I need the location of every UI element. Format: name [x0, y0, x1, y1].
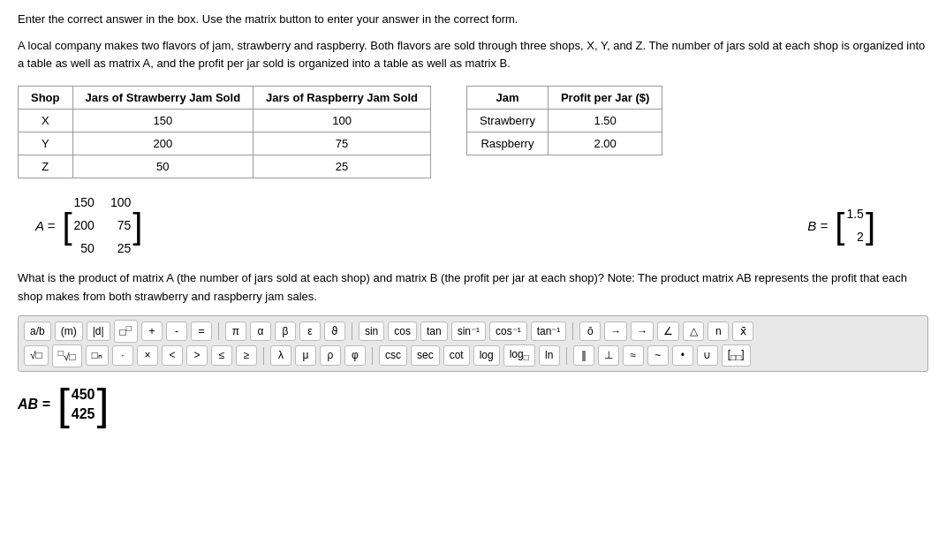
math-toolbar: a/b (m) |d| □□ + - = π α β ε ϑ sin cos t… [18, 315, 928, 372]
tb-sqrt[interactable]: √□ [24, 345, 49, 366]
left-bracket-answer: [ [57, 382, 70, 427]
matrix-b-content: 1.5 2 [846, 204, 863, 248]
row-x-shop: X [19, 110, 73, 132]
tb-triangle[interactable]: △ [683, 322, 704, 342]
matrix-a-expr: A = [ 150 100 200 75 50 25 ] [35, 193, 142, 259]
tb-sep-3 [572, 322, 573, 340]
tb-ln[interactable]: ln [539, 345, 560, 366]
right-bracket-b: ] [866, 208, 875, 244]
mb-r1c0: 2 [846, 227, 863, 248]
tb-arrow2[interactable]: → [631, 322, 654, 342]
tb-logn[interactable]: log□ [503, 344, 535, 367]
row-y-raspberry: 75 [254, 132, 431, 155]
tb-nthroot[interactable]: □√□ [52, 344, 82, 367]
intro-line1: Enter the correct answer in the box. Use… [18, 11, 928, 28]
tb-tan[interactable]: tan [420, 322, 448, 342]
tb-greater[interactable]: > [186, 345, 208, 366]
tb-fraction[interactable]: a/b [24, 322, 51, 342]
tb-arctan[interactable]: tan⁻¹ [531, 322, 567, 342]
tb-sep-5 [372, 347, 373, 365]
tb-rho[interactable]: ρ [320, 345, 341, 366]
tb-mu[interactable]: μ [295, 345, 316, 366]
tb-dot[interactable]: · [112, 345, 133, 366]
answer-row-2: 425 [72, 406, 95, 422]
tb-log[interactable]: log [473, 345, 500, 366]
ma-r1c1: 75 [110, 216, 131, 237]
tb-bullet[interactable]: • [672, 345, 693, 366]
table-b: Jam Profit per Jar ($) Strawberry 1.50 R… [466, 86, 662, 155]
tb-leq[interactable]: ≤ [211, 345, 232, 366]
problem-text: A local company makes two flavors of jam… [18, 37, 928, 74]
tb-plus[interactable]: + [141, 322, 163, 342]
tb-tilde[interactable]: ~ [647, 345, 669, 366]
table-row: X 150 100 [19, 110, 431, 132]
answer-row-1: 450 [72, 387, 95, 403]
table-a-header-raspberry: Jars of Raspberry Jam Sold [254, 87, 431, 110]
tables-section: Shop Jars of Strawberry Jam Sold Jars of… [18, 86, 928, 178]
tb-minus[interactable]: - [166, 322, 187, 342]
tb-paren[interactable]: (m) [55, 322, 83, 342]
tb-lambda[interactable]: λ [270, 345, 291, 366]
tb-geq[interactable]: ≥ [236, 345, 257, 366]
mb-r0c0: 1.5 [846, 204, 863, 225]
tb-power[interactable]: □□ [114, 320, 138, 343]
tb-equals[interactable]: = [191, 322, 212, 342]
tb-pi[interactable]: π [225, 322, 246, 342]
table-b-header-jam: Jam [467, 87, 549, 110]
left-bracket-a: [ [62, 208, 72, 244]
tb-row-strawberry-profit: 1.50 [548, 110, 662, 132]
tb-cos[interactable]: cos [388, 322, 417, 342]
tb-phi[interactable]: φ [344, 345, 366, 366]
tb-csc[interactable]: csc [379, 345, 407, 366]
tb-alpha[interactable]: α [250, 322, 271, 342]
tb-overline[interactable]: ō [579, 322, 601, 342]
tb-epsilon[interactable]: ε [299, 322, 321, 342]
tb-parallel[interactable]: ‖ [573, 345, 594, 366]
tb-xbar[interactable]: x̄ [732, 322, 753, 342]
tb-cot[interactable]: cot [443, 345, 470, 366]
tb-sep-6 [566, 347, 567, 365]
tb-abs[interactable]: |d| [87, 322, 110, 342]
tb-row-raspberry-profit: 2.00 [548, 132, 662, 155]
tb-subscript[interactable]: □ₙ [86, 345, 109, 366]
tb-union[interactable]: ∪ [697, 345, 718, 366]
matrix-a-label: A = [35, 218, 55, 233]
matrix-b-bracket: [ 1.5 2 ] [835, 204, 875, 248]
matrix-section: A = [ 150 100 200 75 50 25 ] B = [ 1.5 2… [35, 193, 928, 259]
tb-row-raspberry-jam: Raspberry [467, 132, 549, 155]
row-y-shop: Y [19, 132, 73, 155]
tb-sep-2 [352, 322, 352, 340]
tb-angle[interactable]: ∠ [657, 322, 679, 342]
toolbar-row-2: √□ □√□ □ₙ · × < > ≤ ≥ λ μ ρ φ csc sec co… [24, 344, 922, 367]
tb-sin[interactable]: sin [359, 322, 384, 342]
ma-r0c0: 150 [74, 193, 95, 214]
tb-sec[interactable]: sec [411, 345, 440, 366]
tb-times[interactable]: × [137, 345, 158, 366]
left-bracket-b: [ [835, 208, 844, 244]
right-bracket-a: ] [132, 208, 142, 244]
tb-approx[interactable]: ≈ [623, 345, 644, 366]
toolbar-row-1: a/b (m) |d| □□ + - = π α β ε ϑ sin cos t… [24, 320, 922, 343]
table-row: Strawberry 1.50 [467, 110, 662, 132]
tb-beta[interactable]: β [275, 322, 296, 342]
row-z-strawberry: 50 [72, 155, 254, 178]
matrix-b-expr: B = [ 1.5 2 ] [807, 204, 875, 248]
tb-arcsin[interactable]: sin⁻¹ [451, 322, 486, 342]
answer-matrix: [ 450 425 ] [57, 382, 110, 427]
table-row: Y 200 75 [19, 132, 431, 155]
tb-theta[interactable]: ϑ [324, 322, 345, 342]
matrix-a-content: 150 100 200 75 50 25 [74, 193, 132, 259]
tb-matrix-input[interactable]: [□□] [722, 344, 751, 367]
tb-row-strawberry-jam: Strawberry [467, 110, 549, 132]
table-a: Shop Jars of Strawberry Jam Sold Jars of… [18, 86, 431, 178]
answer-section: AB = [ 450 425 ] [18, 382, 928, 427]
tb-arccos[interactable]: cos⁻¹ [489, 322, 527, 342]
tb-n[interactable]: n [708, 322, 729, 342]
row-y-strawberry: 200 [72, 132, 254, 155]
tb-perp[interactable]: ⊥ [598, 345, 619, 366]
tb-sep-4 [263, 347, 264, 365]
tb-less[interactable]: < [162, 345, 183, 366]
right-bracket-answer: ] [97, 382, 110, 427]
tb-arrow1[interactable]: → [604, 322, 627, 342]
answer-values: 450 425 [72, 387, 95, 422]
